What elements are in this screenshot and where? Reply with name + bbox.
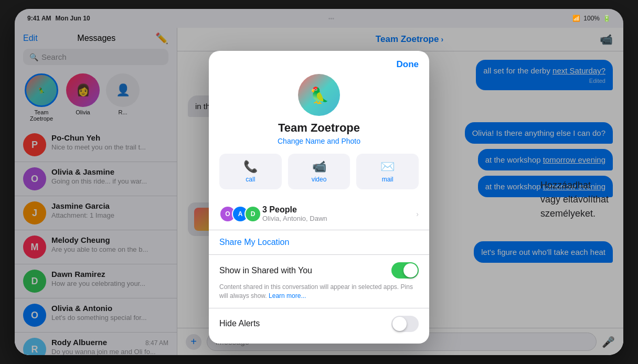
status-date: Mon Jun 10 — [56, 15, 90, 22]
shared-with-you-description: Content shared in this conversation will… — [219, 283, 419, 301]
video-button[interactable]: 📹 video — [288, 154, 350, 189]
video-icon: 📹 — [312, 160, 326, 174]
video-label: video — [312, 176, 327, 183]
call-button[interactable]: 📞 call — [219, 154, 282, 189]
modal-actions: 📞 call 📹 video ✉️ mail — [209, 154, 429, 198]
shared-with-you-row: Show in Shared with You — [219, 262, 419, 279]
people-section: O A D 3 People Olivia, Antonio, Dawn › — [209, 198, 429, 230]
done-button[interactable]: Done — [397, 59, 419, 70]
modal-overlay: Done 🦜 Team Zoetrope Change Name and Pho… — [15, 9, 623, 355]
mail-label: mail — [382, 176, 394, 183]
toggle-knob — [403, 263, 418, 277]
learn-more-link[interactable]: Learn more... — [269, 292, 306, 299]
wifi-icon: 📶 — [572, 15, 580, 22]
show-shared-with-you-toggle[interactable] — [391, 262, 419, 279]
phone-icon: 📞 — [243, 160, 258, 174]
modal-done-row: Done — [209, 51, 429, 70]
toggle-knob-off — [392, 317, 407, 331]
modal-group-name: Team Zoetrope — [278, 121, 360, 135]
chevron-right-icon: › — [416, 210, 419, 218]
share-location-section: Share My Location — [209, 230, 429, 255]
modal-group-info: 🦜 Team Zoetrope Change Name and Photo — [209, 70, 429, 154]
annotation-callout: Hozzáadhatvagy eltávolíthatszemélyeket. — [540, 178, 609, 221]
group-avatar[interactable]: 🦜 — [298, 74, 340, 116]
people-avatars: O A D — [219, 206, 257, 222]
show-shared-with-you-label: Show in Shared with You — [219, 266, 312, 275]
change-name-photo-button[interactable]: Change Name and Photo — [278, 137, 360, 145]
hide-alerts-row: Hide Alerts — [219, 316, 419, 332]
battery-icon: 🔋 — [603, 15, 611, 22]
share-location-button[interactable]: Share My Location — [219, 238, 289, 247]
status-dots: ••• — [328, 15, 335, 22]
call-label: call — [246, 176, 255, 183]
hide-alerts-section: Hide Alerts — [209, 308, 429, 344]
shared-with-you-section: Show in Shared with You Content shared i… — [209, 255, 429, 308]
people-names: Olivia, Antonio, Dawn — [262, 215, 327, 222]
people-row[interactable]: O A D 3 People Olivia, Antonio, Dawn › — [219, 205, 419, 222]
group-info-modal: Done 🦜 Team Zoetrope Change Name and Pho… — [209, 51, 429, 344]
battery-label: 100% — [583, 15, 600, 22]
status-time: 9:41 AM — [27, 15, 51, 22]
person-avatar-3: D — [244, 206, 261, 222]
hide-alerts-label: Hide Alerts — [219, 319, 260, 328]
mail-button[interactable]: ✉️ mail — [356, 154, 419, 189]
hide-alerts-toggle[interactable] — [391, 316, 419, 332]
mail-icon: ✉️ — [380, 160, 395, 174]
status-bar: 9:41 AM Mon Jun 10 ••• 📶 100% 🔋 — [15, 9, 623, 28]
people-count: 3 People — [262, 205, 327, 215]
